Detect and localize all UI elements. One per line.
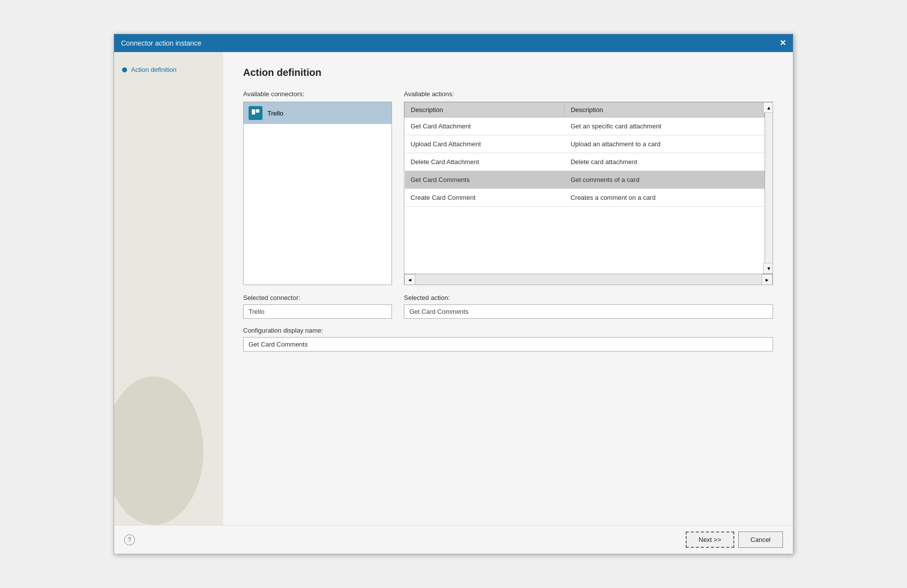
trello-icon [249,106,262,120]
table-row[interactable]: Delete Card Attachment Delete card attac… [405,153,765,171]
connectors-list[interactable]: Trello [243,102,392,285]
scroll-left-button[interactable]: ◄ [404,274,415,285]
col-header-name: Description [405,103,565,118]
config-display-name-input[interactable] [243,337,773,352]
selected-row: Selected connector: Selected action: [243,294,773,319]
connectors-column: Available connectors: Trello [243,90,392,285]
config-display-name-label: Configuration display name: [243,327,773,334]
selected-action-label: Selected action: [404,294,773,301]
dialog-body: Action definition Action definition Avai… [114,52,793,525]
dialog-title: Connector action instance [121,39,201,47]
actions-table: Description Description Get Card Attachm… [404,102,765,207]
dialog-footer: ? Next >> Cancel [114,525,793,554]
dialog-window: Connector action instance ✕ Action defin… [114,34,793,554]
action-description: Creates a comment on a card [565,189,765,207]
action-name: Get Card Attachment [405,118,565,135]
page-title: Action definition [243,67,773,78]
connector-item-trello[interactable]: Trello [244,102,391,124]
scroll-up-button[interactable]: ▲ [763,102,773,113]
sidebar-item-label: Action definition [131,66,177,73]
action-name: Get Card Comments [405,171,565,189]
actions-column: Available actions: Description Descripti… [404,90,773,285]
footer-buttons: Next >> Cancel [686,531,783,548]
close-button[interactable]: ✕ [779,39,786,47]
action-name: Upload Card Attachment [405,135,565,153]
sidebar-bullet-icon [122,67,127,72]
actions-table-wrapper: Description Description Get Card Attachm… [404,102,773,285]
next-button[interactable]: Next >> [686,531,734,548]
cancel-button[interactable]: Cancel [738,531,783,548]
table-row[interactable]: Create Card Comment Creates a comment on… [405,189,765,207]
action-description: Delete card attachment [565,153,765,171]
title-bar: Connector action instance ✕ [114,34,793,52]
action-description: Get an specific card attachment [565,118,765,135]
table-row[interactable]: Upload Card Attachment Upload an attachm… [405,135,765,153]
selected-action-input[interactable] [404,304,773,319]
table-row[interactable]: Get Card Attachment Get an specific card… [405,118,765,135]
two-column-section: Available connectors: Trello [243,90,773,285]
sidebar: Action definition [114,52,223,525]
available-actions-label: Available actions: [404,90,773,98]
action-name: Delete Card Attachment [405,153,565,171]
selected-connector-input[interactable] [243,304,392,319]
action-name: Create Card Comment [405,189,565,207]
action-description: Get comments of a card [565,171,765,189]
horiz-scroll-track[interactable] [415,274,762,285]
sidebar-decoration [114,376,203,525]
svg-rect-1 [256,110,259,113]
table-row[interactable]: Get Card Comments Get comments of a card [405,171,765,189]
main-content: Action definition Available connectors: [223,52,793,525]
help-button[interactable]: ? [124,534,135,545]
scroll-down-button[interactable]: ▼ [763,263,773,274]
available-connectors-label: Available connectors: [243,90,392,98]
col-header-desc: Description [565,103,765,118]
sidebar-item-action-definition[interactable]: Action definition [114,62,223,77]
selected-connector-group: Selected connector: [243,294,392,319]
connector-name-trello: Trello [267,110,283,117]
scroll-right-button[interactable]: ► [762,274,773,285]
selected-connector-label: Selected connector: [243,294,392,301]
action-description: Upload an attachment to a card [565,135,765,153]
config-name-group: Configuration display name: [243,327,773,352]
svg-rect-0 [252,110,256,115]
horiz-scrollbar: ◄ ► [404,274,773,285]
selected-action-group: Selected action: [404,294,773,319]
actions-table-scroll-area[interactable]: Description Description Get Card Attachm… [404,102,765,274]
